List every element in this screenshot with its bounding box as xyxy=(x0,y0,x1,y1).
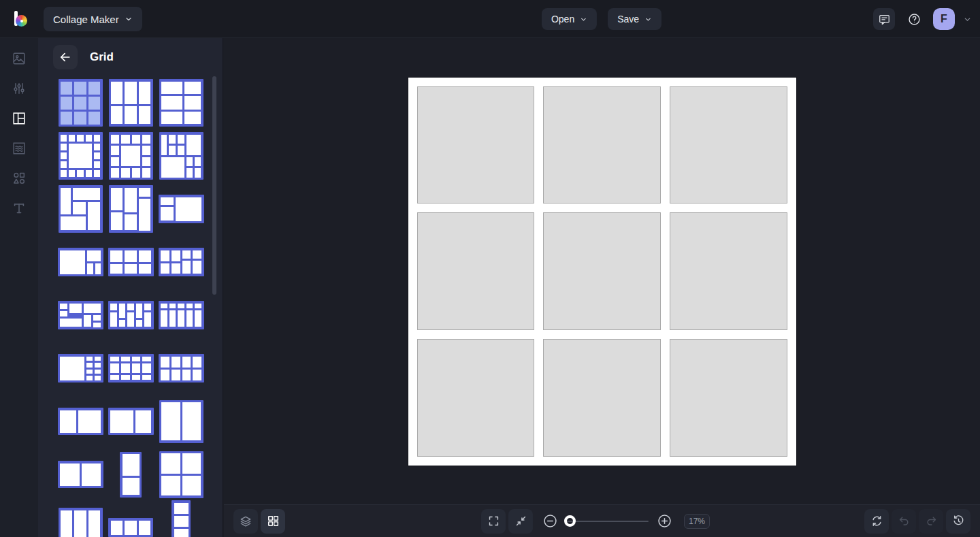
grid-template-grid-3x2-top-tall[interactable] xyxy=(109,79,153,127)
template-cell xyxy=(170,355,181,368)
grid-template-big-left-8-small[interactable] xyxy=(58,354,103,383)
collage-cell-placeholder[interactable] xyxy=(543,86,661,204)
template-cell xyxy=(137,80,151,105)
collage-cell-placeholder[interactable] xyxy=(543,212,661,330)
thumbnail-slot xyxy=(156,195,206,223)
canvas-area xyxy=(224,38,980,504)
grid-template-frame-5x5-center[interactable] xyxy=(59,132,103,180)
template-cell xyxy=(160,263,171,275)
thumbnail-slot xyxy=(55,301,105,329)
collage-cell-placeholder[interactable] xyxy=(417,339,535,457)
grid-template-frame-4x4-center[interactable] xyxy=(109,132,153,180)
grid-template-two-cell-left-small[interactable] xyxy=(58,408,103,435)
grid-template-grid-2x3-left-wide[interactable] xyxy=(159,79,203,127)
sidebar-item-patterns[interactable] xyxy=(0,133,38,163)
template-cell xyxy=(167,133,176,145)
zoom-in-button[interactable] xyxy=(655,512,673,530)
template-cell xyxy=(110,80,124,105)
grid-template-pinwheel[interactable] xyxy=(59,185,103,233)
thumbnail-slot xyxy=(55,408,105,435)
collage-cell-placeholder[interactable] xyxy=(670,212,787,330)
fit-to-screen-button[interactable] xyxy=(508,509,533,534)
reset-button[interactable] xyxy=(864,509,889,534)
user-avatar[interactable]: F xyxy=(933,8,955,30)
template-cell xyxy=(121,476,140,495)
grid-template-grid-3x3[interactable] xyxy=(59,79,103,127)
sidebar-item-graphics[interactable] xyxy=(0,163,38,193)
template-cell xyxy=(120,355,131,362)
grid-template-land-asymmetric[interactable] xyxy=(58,301,103,329)
sidebar-item-image-manager[interactable] xyxy=(0,44,38,74)
app-menu-button[interactable]: Collage Maker xyxy=(44,7,142,31)
panel-title: Grid xyxy=(90,50,114,64)
template-cell xyxy=(118,302,127,319)
template-cell xyxy=(110,211,124,231)
help-button[interactable] xyxy=(903,8,925,30)
chevron-down-icon xyxy=(644,16,652,23)
layers-button[interactable] xyxy=(233,509,258,534)
grid-template-masonry-3col[interactable] xyxy=(109,185,153,233)
open-button[interactable]: Open xyxy=(542,8,597,30)
bottom-right-group xyxy=(864,509,970,534)
template-cell xyxy=(170,368,181,381)
grid-template-square-2col[interactable] xyxy=(159,400,203,443)
save-button[interactable]: Save xyxy=(608,8,662,30)
feedback-button[interactable] xyxy=(873,8,895,30)
panel-scrollbar[interactable] xyxy=(212,76,216,295)
sidebar-item-grid-layouts[interactable] xyxy=(0,103,38,133)
template-cell xyxy=(86,249,102,262)
back-button[interactable] xyxy=(53,45,78,69)
template-cell xyxy=(124,186,138,214)
grid-template-mixed-blocks[interactable] xyxy=(159,132,203,180)
collage-cell-placeholder[interactable] xyxy=(417,86,535,204)
fullscreen-button[interactable] xyxy=(481,509,506,534)
template-cell xyxy=(160,368,171,381)
zoom-slider-track xyxy=(566,521,649,522)
template-cell xyxy=(138,249,152,263)
grid-template-masonry-5col[interactable] xyxy=(108,301,154,329)
template-cell xyxy=(192,260,203,275)
grid-template-square-2x2[interactable] xyxy=(159,451,203,498)
zoom-out-button[interactable] xyxy=(541,512,559,530)
grid-template-left-stack-right-big[interactable] xyxy=(159,195,204,223)
zoom-percent-value: 17% xyxy=(689,517,705,526)
grid-template-grid-4x2[interactable] xyxy=(159,354,204,383)
template-cell xyxy=(60,509,74,537)
collage-cell-placeholder[interactable] xyxy=(670,339,787,457)
grid-template-land-4col-offset[interactable] xyxy=(159,248,204,276)
template-cell xyxy=(160,302,169,310)
grid-template-portrait-2row[interactable] xyxy=(120,452,142,498)
sidebar-item-edit-settings[interactable] xyxy=(0,74,38,103)
account-chevron-down-icon[interactable] xyxy=(963,15,972,24)
grid-template-land-3x2-top-tall[interactable] xyxy=(108,248,154,276)
zoom-slider-knob[interactable] xyxy=(564,515,576,527)
undo-button[interactable] xyxy=(892,509,916,534)
grid-template-column-4row[interactable] xyxy=(172,500,191,537)
template-cell xyxy=(177,302,186,310)
template-cell xyxy=(160,196,175,206)
grid-template-grid-4x3-mid-tall[interactable] xyxy=(108,354,154,383)
collage-cell-placeholder[interactable] xyxy=(670,86,787,204)
grid-template-land-3col[interactable] xyxy=(59,508,103,537)
template-cell xyxy=(110,145,120,157)
collage-board[interactable] xyxy=(408,78,796,466)
minus-circle-icon xyxy=(542,513,557,529)
befunky-logo-icon[interactable] xyxy=(12,10,31,29)
grid-template-land-2col[interactable] xyxy=(58,461,103,488)
grid-template-strip-3col[interactable] xyxy=(108,518,153,537)
thumbnail-slot xyxy=(156,451,206,498)
history-button[interactable] xyxy=(946,509,970,534)
grid-view-button[interactable] xyxy=(261,509,285,534)
sidebar-item-text[interactable] xyxy=(0,193,38,223)
template-cell xyxy=(110,167,120,179)
zoom-slider[interactable] xyxy=(566,512,649,530)
open-label: Open xyxy=(551,14,574,25)
thumbnail-slot xyxy=(55,508,105,537)
collage-cell-placeholder[interactable] xyxy=(543,339,661,457)
grid-template-strips-5col-header[interactable] xyxy=(159,301,204,329)
grid-template-two-cell-right-small[interactable] xyxy=(108,408,154,435)
grid-template-big-left-right-stack[interactable] xyxy=(58,248,103,276)
collage-cell-placeholder[interactable] xyxy=(417,212,535,330)
redo-button[interactable] xyxy=(919,509,943,534)
sliders-icon xyxy=(12,81,27,96)
